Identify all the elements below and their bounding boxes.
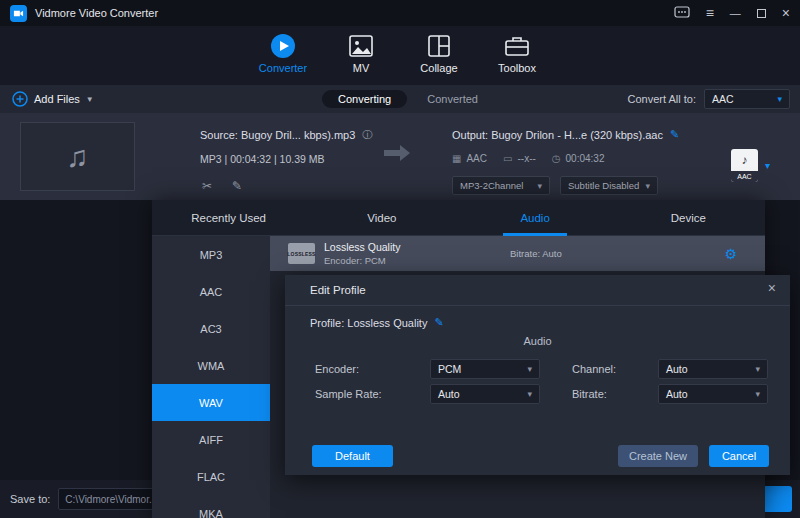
- sidebar-item-wav[interactable]: WAV: [152, 384, 270, 421]
- profile-rename-pencil-icon[interactable]: ✎: [434, 316, 443, 329]
- sample-rate-value: Auto: [438, 388, 460, 400]
- app-title: Vidmore Video Converter: [35, 7, 158, 19]
- maximize-button[interactable]: [757, 9, 766, 18]
- tab-video[interactable]: Video: [305, 200, 458, 235]
- format-badge-label: AAC: [731, 171, 758, 182]
- tab-converter[interactable]: Converter: [251, 32, 315, 74]
- convert-all-to-label: Convert All to:: [628, 93, 696, 105]
- chevron-down-icon: ▾: [527, 364, 532, 374]
- sidebar-item-flac[interactable]: FLAC: [152, 458, 270, 495]
- audio-thumbnail: ♫: [20, 122, 135, 191]
- cut-icon[interactable]: ✂: [202, 179, 212, 193]
- cancel-button[interactable]: Cancel: [709, 445, 769, 467]
- clock-icon: ◷: [552, 153, 561, 164]
- format-badge-chevron-icon[interactable]: ▾: [765, 160, 770, 171]
- subtitle-select[interactable]: Subtitle Disabled ▾: [560, 176, 658, 195]
- output-format: AAC: [466, 153, 487, 164]
- app-window: Vidmore Video Converter ≡ — × Converter: [0, 0, 800, 518]
- edit-profile-dialog: Edit Profile × Profile: Lossless Quality…: [285, 275, 790, 475]
- channel-value: Auto: [666, 363, 688, 375]
- convert-all-format-value: AAC: [712, 93, 734, 105]
- encoder-select[interactable]: PCM ▾: [430, 359, 540, 379]
- music-note-icon: ♪: [731, 149, 758, 171]
- sidebar-item-wma[interactable]: WMA: [152, 347, 270, 384]
- save-path-value: C:\Vidmore\Vidmor...: [65, 494, 157, 505]
- tab-converter-label: Converter: [259, 62, 307, 74]
- tab-mv-label: MV: [353, 62, 370, 74]
- audio-track-select[interactable]: MP3-2Channel ▾: [452, 176, 550, 195]
- rename-pencil-icon[interactable]: ✎: [670, 128, 679, 141]
- bitrate-select[interactable]: Auto ▾: [658, 384, 768, 404]
- save-to-label: Save to:: [10, 493, 50, 505]
- tab-mv[interactable]: MV: [329, 32, 393, 74]
- chevron-down-icon: ▾: [755, 364, 760, 374]
- source-filename: Source: Bugoy Dril... kbps).mp3: [200, 129, 355, 141]
- tab-collage[interactable]: Collage: [407, 32, 471, 74]
- output-filename: Output: Bugoy Drilon - H...e (320 kbps).…: [452, 129, 663, 141]
- sample-rate-select[interactable]: Auto ▾: [430, 384, 540, 404]
- add-files-button[interactable]: Add Files ▼: [12, 85, 94, 113]
- tab-toolbox-label: Toolbox: [498, 62, 536, 74]
- audio-section-heading: Audio: [285, 335, 790, 347]
- dialog-profile-name: Profile: Lossless Quality: [310, 317, 427, 329]
- toolbox-briefcase-icon: [505, 32, 529, 59]
- encoder-value: PCM: [438, 363, 461, 375]
- feedback-icon[interactable]: [674, 6, 690, 20]
- chevron-down-icon: ▾: [755, 389, 760, 399]
- info-icon[interactable]: ⓘ: [362, 128, 372, 142]
- profile-row-lossless[interactable]: LOSSLESS Lossless Quality Encoder: PCM B…: [270, 236, 765, 271]
- tab-device[interactable]: Device: [612, 200, 765, 235]
- tab-toolbox[interactable]: Toolbox: [485, 32, 549, 74]
- sidebar-item-mp3[interactable]: MP3: [152, 236, 270, 273]
- close-button[interactable]: ×: [782, 5, 790, 21]
- create-new-button[interactable]: Create New: [618, 445, 698, 467]
- bitrate-value: Auto: [666, 388, 688, 400]
- profile-encoder: Encoder: PCM: [324, 255, 400, 266]
- sidebar-item-aiff[interactable]: AIFF: [152, 421, 270, 458]
- tab-converted[interactable]: Converted: [427, 93, 478, 105]
- default-button[interactable]: Default: [312, 445, 393, 467]
- output-format-badge[interactable]: ♪ AAC: [731, 149, 758, 182]
- edit-icon[interactable]: ✎: [232, 179, 242, 193]
- dialog-close-icon[interactable]: ×: [768, 280, 776, 296]
- plus-circle-icon: [12, 91, 28, 107]
- mv-image-icon: [349, 32, 373, 59]
- convert-all-format-select[interactable]: AAC ▾: [704, 89, 790, 109]
- resolution-icon: ▭: [503, 153, 512, 164]
- bitrate-label: Bitrate:: [572, 388, 607, 400]
- format-sidebar: MP3 AAC AC3 WMA WAV AIFF FLAC MKA: [152, 236, 270, 518]
- tab-collage-label: Collage: [420, 62, 457, 74]
- tab-recently-used[interactable]: Recently Used: [152, 200, 305, 235]
- sidebar-item-ac3[interactable]: AC3: [152, 310, 270, 347]
- channel-select[interactable]: Auto ▾: [658, 359, 768, 379]
- sidebar-item-mka[interactable]: MKA: [152, 495, 270, 518]
- menu-icon[interactable]: ≡: [706, 5, 714, 21]
- source-meta: MP3 | 00:04:32 | 10.39 MB: [200, 153, 325, 165]
- chevron-down-icon: ▼: [86, 95, 94, 104]
- audio-track-value: MP3-2Channel: [460, 180, 523, 191]
- encoder-label: Encoder:: [315, 363, 359, 375]
- music-note-icon: ♫: [66, 140, 89, 174]
- output-resolution: --x--: [517, 153, 535, 164]
- toolbar: Add Files ▼ Converting Converted Convert…: [0, 85, 800, 113]
- add-files-label: Add Files: [34, 93, 80, 105]
- subtitle-value: Subtitle Disabled: [568, 180, 639, 191]
- tab-converting[interactable]: Converting: [322, 90, 407, 108]
- sidebar-item-aac[interactable]: AAC: [152, 273, 270, 310]
- profile-name: Lossless Quality: [324, 241, 400, 253]
- converter-play-icon: [270, 32, 296, 59]
- file-item-row: ♫ Source: Bugoy Dril... kbps).mp3 ⓘ MP3 …: [0, 113, 800, 200]
- minimize-button[interactable]: —: [730, 7, 741, 19]
- profile-bitrate: Bitrate: Auto: [510, 248, 562, 259]
- format-panel-tabs: Recently Used Video Audio Device: [152, 200, 765, 236]
- profile-settings-gear-icon[interactable]: ⚙: [724, 246, 737, 262]
- chevron-down-icon: ▾: [527, 389, 532, 399]
- main-nav: Converter MV Collage Toolbox: [0, 26, 800, 85]
- dialog-title: Edit Profile: [310, 284, 366, 296]
- tab-audio[interactable]: Audio: [459, 200, 612, 235]
- collage-grid-icon: [428, 32, 450, 59]
- sample-rate-label: Sample Rate:: [315, 388, 382, 400]
- chevron-down-icon: ▾: [537, 181, 542, 191]
- convert-arrow-icon: [382, 143, 412, 167]
- divider: [285, 305, 790, 306]
